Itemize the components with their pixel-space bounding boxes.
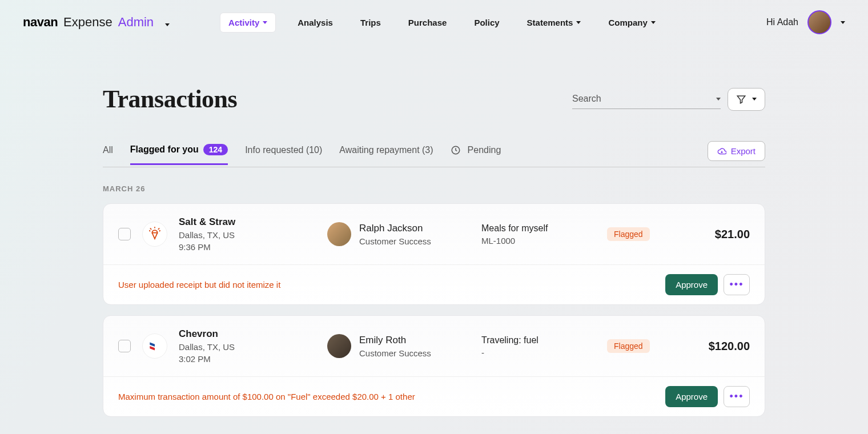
merchant-location: Dallas, TX, US [179,230,316,240]
count-badge: 124 [203,144,228,155]
nav-label: Policy [474,18,499,27]
title-row: Transactions Search [103,85,765,114]
merchant-icon [142,222,167,247]
merchant-icon [142,333,167,359]
transaction-card: Salt & Straw Dallas, TX, US 9:36 PM Ralp… [103,203,765,305]
icecream-icon [147,226,163,242]
nav-trips[interactable]: Trips [355,13,387,32]
export-label: Export [731,146,756,156]
tab-info-requested[interactable]: Info requested (10) [245,144,322,164]
tab-awaiting-repayment[interactable]: Awaiting repayment (3) [339,144,433,164]
merchant-name: Salt & Straw [179,216,316,228]
nav-label: Company [608,18,647,27]
chevron-down-icon[interactable] [165,18,170,29]
tab-all[interactable]: All [103,144,113,164]
nav-analysis[interactable]: Analysis [292,13,339,32]
category-col: Traveling: fuel - [481,335,596,357]
tab-flagged-for-you[interactable]: Flagged for you 124 [130,144,228,165]
nav-label: Activity [228,18,259,27]
chevron-logo-icon [147,339,162,353]
tab-label: Awaiting repayment (3) [339,145,433,155]
chevron-down-icon[interactable] [841,21,845,24]
nav-purchase[interactable]: Purchase [403,13,453,32]
clock-icon [451,145,461,155]
search-placeholder: Search [572,94,601,104]
tab-label: Info requested (10) [245,145,322,155]
brand-expense: Expense [63,15,112,30]
filter-icon [736,94,746,105]
nav-label: Statements [527,18,573,27]
transaction-row[interactable]: Chevron Dallas, TX, US 3:02 PM Emily Rot… [103,316,765,376]
merchant-name: Chevron [179,328,316,340]
chevron-down-icon [576,21,581,24]
brand-admin: Admin [118,15,154,30]
chevron-down-icon [263,21,267,24]
tabs-row: All Flagged for you 124 Info requested (… [103,141,765,167]
nav-label: Trips [360,18,381,27]
footer-actions: Approve ••• [665,274,750,295]
merchant-time: 3:02 PM [179,354,316,364]
tab-label: All [103,145,113,155]
more-actions-button[interactable]: ••• [724,386,750,407]
nav-policy[interactable]: Policy [468,13,505,32]
card-footer: User uploaded receipt but did not itemiz… [103,264,765,304]
user-role: Customer Success [359,348,431,358]
main-content: Transactions Search All Flagged for you … [91,45,777,417]
approve-button[interactable]: Approve [665,386,718,407]
tab-label: Flagged for you [130,144,199,155]
page-title: Transactions [103,85,237,114]
user-greeting: Hi Adah [766,17,798,27]
footer-actions: Approve ••• [665,386,750,407]
chevron-down-icon [716,98,721,101]
export-button[interactable]: Export [708,141,765,161]
merchant-col: Chevron Dallas, TX, US 3:02 PM [179,328,316,364]
approve-button[interactable]: Approve [665,274,718,295]
status-badge: Flagged [607,339,650,353]
select-checkbox[interactable] [118,340,131,352]
header-right: Hi Adah [766,10,845,34]
user-col: Ralph Jackson Customer Success [327,222,470,246]
warning-text: Maximum transaction amount of $100.00 on… [118,392,415,401]
category-code: - [481,348,596,357]
user-avatar [327,222,351,246]
brand-navan: navan [23,15,58,30]
user-name: Ralph Jackson [359,223,431,234]
more-actions-button[interactable]: ••• [724,274,750,295]
top-nav: Activity Analysis Trips Purchase Policy … [220,13,661,33]
status-badge: Flagged [607,227,650,241]
nav-label: Analysis [298,18,333,27]
category: Meals for myself [481,223,596,234]
app-header: navan Expense Admin Activity Analysis Tr… [0,0,868,45]
chevron-down-icon [752,98,757,101]
search-group: Search [572,88,765,111]
transaction-card: Chevron Dallas, TX, US 3:02 PM Emily Rot… [103,315,765,417]
card-footer: Maximum transaction amount of $100.00 on… [103,376,765,416]
nav-statements[interactable]: Statements [521,13,587,32]
user-avatar[interactable] [807,10,831,34]
user-avatar [327,334,351,358]
cloud-download-icon [717,147,726,156]
nav-activity[interactable]: Activity [220,13,276,33]
user-role: Customer Success [359,236,431,246]
chevron-down-icon [651,21,656,24]
category: Traveling: fuel [481,335,596,345]
nav-company[interactable]: Company [602,13,661,32]
user-name: Emily Roth [359,335,431,346]
select-checkbox[interactable] [118,228,131,240]
amount: $120.00 [709,340,750,353]
logo[interactable]: navan Expense Admin [23,15,170,30]
nav-label: Purchase [408,18,447,27]
warning-text: User uploaded receipt but did not itemiz… [118,280,280,290]
user-col: Emily Roth Customer Success [327,334,470,358]
transaction-row[interactable]: Salt & Straw Dallas, TX, US 9:36 PM Ralp… [103,204,765,264]
date-heading: MARCH 26 [103,184,765,193]
category-code: ML-1000 [481,236,596,246]
amount: $21.00 [715,228,750,241]
tab-label: Pending [468,145,501,155]
tab-pending[interactable]: Pending [451,144,501,164]
filter-button[interactable] [728,88,765,111]
merchant-location: Dallas, TX, US [179,342,316,352]
merchant-col: Salt & Straw Dallas, TX, US 9:36 PM [179,216,316,252]
tabs: All Flagged for you 124 Info requested (… [103,144,501,164]
search-input[interactable]: Search [572,89,721,109]
